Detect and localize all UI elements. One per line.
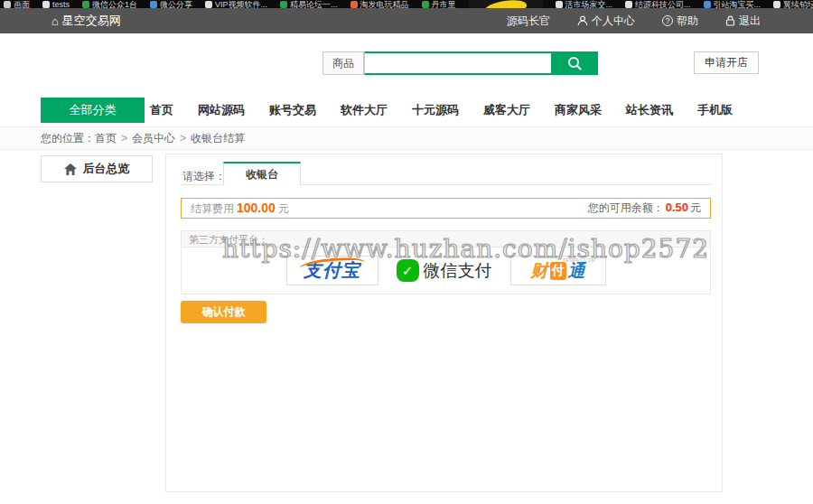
breadcrumb-separator: > [121, 132, 127, 145]
fee-unit: 元 [278, 202, 289, 215]
payment-platform-section: 第三方支付平台： 支付宝 ✓ 微信支付 TENPAY.COM 财 付 通 [181, 230, 711, 294]
link-label: 帮助 [677, 14, 698, 29]
link-help[interactable]: ? 帮助 [662, 14, 698, 29]
search-section: 商品 申请开店 [0, 33, 813, 91]
bookmark-item[interactable]: 微公分享 [150, 0, 192, 8]
site-header: ⌂ 星空交易网 源码长官 个人中心 ? 帮助 退出 [0, 8, 813, 33]
bookmark-label: 活市场家交... [565, 0, 613, 8]
bookmark-icon [4, 1, 11, 8]
search-input[interactable] [364, 51, 551, 75]
balance-label: 您的可用余额： [588, 201, 664, 214]
bookmark-icon [704, 1, 711, 8]
breadcrumb-separator: > [180, 132, 186, 145]
payment-option-alipay[interactable]: 支付宝 [286, 256, 378, 285]
home-icon: ⌂ [51, 14, 59, 28]
search-icon [566, 55, 583, 71]
payment-option-wechat[interactable]: ✓ 微信支付 [397, 259, 492, 283]
bookmark-item[interactable]: 精易论坛一... [280, 0, 338, 8]
search-category-select[interactable]: 商品 [322, 51, 364, 75]
bookmark-item[interactable]: 活市场家交... [556, 0, 613, 8]
breadcrumb-home[interactable]: 首页 [95, 132, 117, 145]
bookmark-label: 结源科技公司... [635, 0, 691, 8]
bookmark-icon [625, 1, 632, 8]
nav-item-account-trade[interactable]: 账号交易 [269, 102, 316, 118]
breadcrumb: 您的位置：首页>会员中心>收银台结算 [0, 126, 813, 150]
lock-icon [725, 15, 735, 26]
checkout-panel: 请选择： 收银台 结算费用100.00元 您的可用余额：0.50元 第三方支付平… [165, 154, 723, 492]
nav-item-site-source[interactable]: 网站源码 [198, 102, 245, 118]
bookmark-label: 精易论坛一... [290, 0, 338, 8]
settlement-summary: 结算费用100.00元 您的可用余额：0.50元 [181, 198, 711, 219]
tab-cashier[interactable]: 收银台 [223, 162, 301, 186]
yellow-logo-tab[interactable] [469, 0, 543, 8]
balance-unit: 元 [690, 201, 701, 214]
link-user-center[interactable]: 个人中心 [577, 14, 635, 29]
open-shop-button[interactable]: 申请开店 [694, 51, 759, 74]
link-label: 源码长官 [507, 14, 550, 29]
wechat-pay-label: 微信支付 [424, 259, 492, 283]
nav-item-ten-yuan[interactable]: 十元源码 [412, 102, 459, 118]
payment-platform-header: 第三方支付平台： [181, 230, 711, 247]
bookmark-item[interactable]: 引站淘宝买... [704, 0, 762, 8]
nav-links: 首页 网站源码 账号交易 软件大厅 十元源码 威客大厅 商家风采 站长资讯 手机… [150, 98, 733, 123]
link-label: 退出 [739, 14, 761, 29]
breadcrumb-current: 收银台结算 [191, 132, 245, 145]
bookmark-label: 微信公众1台 [92, 0, 137, 8]
tenpay-sub-label: TENPAY.COM [563, 257, 596, 263]
site-name: 星空交易网 [62, 13, 121, 29]
bookmark-icon [82, 1, 89, 8]
select-hint-label: 请选择： [182, 169, 226, 184]
all-categories-button[interactable]: 全部分类 [41, 98, 145, 123]
bookmark-item[interactable]: VIP视频软件... [205, 0, 267, 8]
site-logo[interactable]: ⌂ 星空交易网 [51, 8, 121, 33]
breadcrumb-member-center[interactable]: 会员中心 [132, 132, 175, 145]
bookmark-label: 微公分享 [160, 0, 192, 8]
bookmark-item[interactable]: tests [42, 0, 70, 8]
header-links: 源码长官 个人中心 ? 帮助 退出 [507, 8, 761, 33]
bookmark-item[interactable]: 结源科技公司... [625, 0, 691, 8]
bookmark-item[interactable]: 丹市里 [422, 0, 456, 8]
nav-item-software-hall[interactable]: 软件大厅 [341, 102, 388, 118]
nav-item-mobile-version[interactable]: 手机版 [697, 102, 733, 118]
bookmark-label: 引站淘宝买... [714, 0, 762, 8]
bookmark-icon [422, 1, 429, 8]
tenpay-logo-fu: 付 [550, 262, 566, 280]
bookmark-icon [42, 1, 50, 8]
bookmark-label: tests [52, 0, 70, 8]
bookmark-label: 画面 [14, 0, 30, 8]
bookmark-label: 丹市里 [432, 0, 456, 8]
nav-item-witkey-hall[interactable]: 威客大厅 [483, 102, 530, 118]
tenpay-logo-cai: 财 [531, 259, 548, 283]
nav-item-merchant-style[interactable]: 商家风采 [555, 102, 602, 118]
bookmark-icon [205, 1, 212, 8]
home-icon [64, 163, 77, 175]
search-button[interactable] [551, 51, 598, 75]
sidebar-item-overview[interactable]: 后台总览 [41, 155, 153, 182]
link-source-admin[interactable]: 源码长官 [507, 14, 550, 29]
bookmark-item[interactable]: 翼续销坛欢迎... [773, 0, 813, 8]
nav-item-home[interactable]: 首页 [150, 102, 173, 118]
balance-amount: 0.50 [666, 201, 688, 214]
search-bar: 商品 [322, 51, 598, 75]
bookmark-icon [556, 1, 563, 8]
sidebar-item-label: 后台总览 [83, 161, 130, 177]
browser-bookmarks-bar: 画面 tests 微信公众1台 微公分享 VIP视频软件... 精易论坛一...… [0, 0, 813, 8]
nav-item-webmaster-news[interactable]: 站长资讯 [626, 102, 673, 118]
fee-amount: 100.00 [237, 201, 276, 215]
tab-row: 请选择： 收银台 [181, 162, 711, 185]
bookmark-icon [350, 1, 358, 8]
confirm-payment-button[interactable]: 确认付款 [181, 301, 266, 323]
bookmark-item[interactable]: 画面 [4, 0, 30, 8]
bookmark-item[interactable]: 微信公众1台 [82, 0, 137, 8]
bookmark-label: 翼续销坛欢迎... [783, 0, 813, 8]
bookmark-icon [773, 1, 780, 8]
bookmark-label: 淘发电玩精品 [360, 0, 409, 8]
payment-option-tenpay[interactable]: TENPAY.COM 财 付 通 [510, 256, 606, 285]
wechat-pay-icon: ✓ [397, 259, 419, 282]
link-logout[interactable]: 退出 [725, 14, 761, 29]
bookmark-item[interactable]: 淘发电玩精品 [350, 0, 409, 8]
main-nav: 全部分类 首页 网站源码 账号交易 软件大厅 十元源码 威客大厅 商家风采 站长… [0, 98, 813, 123]
breadcrumb-prefix: 您的位置： [41, 132, 95, 145]
person-icon [577, 15, 588, 26]
bookmark-label: VIP视频软件... [215, 0, 267, 8]
